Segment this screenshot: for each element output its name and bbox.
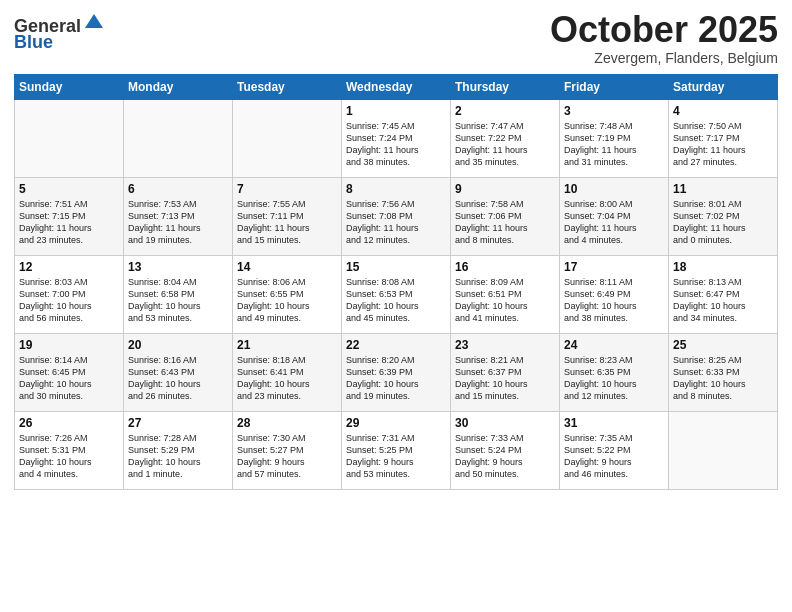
day-info: Sunrise: 8:06 AM Sunset: 6:55 PM Dayligh… [237,276,337,325]
calendar-day: 3Sunrise: 7:48 AM Sunset: 7:19 PM Daylig… [560,99,669,177]
calendar-day: 2Sunrise: 7:47 AM Sunset: 7:22 PM Daylig… [451,99,560,177]
month-title: October 2025 [550,10,778,50]
day-info: Sunrise: 8:03 AM Sunset: 7:00 PM Dayligh… [19,276,119,325]
calendar-day: 13Sunrise: 8:04 AM Sunset: 6:58 PM Dayli… [124,255,233,333]
day-info: Sunrise: 8:11 AM Sunset: 6:49 PM Dayligh… [564,276,664,325]
calendar-day: 26Sunrise: 7:26 AM Sunset: 5:31 PM Dayli… [15,411,124,489]
day-number: 5 [19,182,119,196]
day-info: Sunrise: 8:09 AM Sunset: 6:51 PM Dayligh… [455,276,555,325]
day-info: Sunrise: 8:14 AM Sunset: 6:45 PM Dayligh… [19,354,119,403]
day-info: Sunrise: 7:28 AM Sunset: 5:29 PM Dayligh… [128,432,228,481]
calendar-day: 30Sunrise: 7:33 AM Sunset: 5:24 PM Dayli… [451,411,560,489]
logo: General Blue [14,10,105,53]
day-number: 10 [564,182,664,196]
day-number: 14 [237,260,337,274]
day-info: Sunrise: 8:04 AM Sunset: 6:58 PM Dayligh… [128,276,228,325]
day-number: 1 [346,104,446,118]
calendar-day: 11Sunrise: 8:01 AM Sunset: 7:02 PM Dayli… [669,177,778,255]
calendar-day: 31Sunrise: 7:35 AM Sunset: 5:22 PM Dayli… [560,411,669,489]
day-number: 30 [455,416,555,430]
day-info: Sunrise: 7:47 AM Sunset: 7:22 PM Dayligh… [455,120,555,169]
day-number: 16 [455,260,555,274]
calendar-day: 24Sunrise: 8:23 AM Sunset: 6:35 PM Dayli… [560,333,669,411]
day-number: 11 [673,182,773,196]
day-number: 13 [128,260,228,274]
day-info: Sunrise: 7:51 AM Sunset: 7:15 PM Dayligh… [19,198,119,247]
page: General Blue October 2025 Zevergem, Flan… [0,0,792,612]
day-info: Sunrise: 8:25 AM Sunset: 6:33 PM Dayligh… [673,354,773,403]
day-info: Sunrise: 8:23 AM Sunset: 6:35 PM Dayligh… [564,354,664,403]
day-number: 20 [128,338,228,352]
day-number: 29 [346,416,446,430]
day-info: Sunrise: 8:18 AM Sunset: 6:41 PM Dayligh… [237,354,337,403]
day-info: Sunrise: 7:33 AM Sunset: 5:24 PM Dayligh… [455,432,555,481]
calendar-day: 21Sunrise: 8:18 AM Sunset: 6:41 PM Dayli… [233,333,342,411]
calendar-day: 18Sunrise: 8:13 AM Sunset: 6:47 PM Dayli… [669,255,778,333]
day-info: Sunrise: 7:50 AM Sunset: 7:17 PM Dayligh… [673,120,773,169]
calendar-day: 20Sunrise: 8:16 AM Sunset: 6:43 PM Dayli… [124,333,233,411]
col-friday: Friday [560,74,669,99]
calendar-day: 8Sunrise: 7:56 AM Sunset: 7:08 PM Daylig… [342,177,451,255]
day-info: Sunrise: 7:35 AM Sunset: 5:22 PM Dayligh… [564,432,664,481]
day-number: 21 [237,338,337,352]
calendar-day: 1Sunrise: 7:45 AM Sunset: 7:24 PM Daylig… [342,99,451,177]
day-number: 7 [237,182,337,196]
calendar-day: 14Sunrise: 8:06 AM Sunset: 6:55 PM Dayli… [233,255,342,333]
calendar-day: 19Sunrise: 8:14 AM Sunset: 6:45 PM Dayli… [15,333,124,411]
col-tuesday: Tuesday [233,74,342,99]
col-thursday: Thursday [451,74,560,99]
calendar-day: 4Sunrise: 7:50 AM Sunset: 7:17 PM Daylig… [669,99,778,177]
day-info: Sunrise: 7:56 AM Sunset: 7:08 PM Dayligh… [346,198,446,247]
calendar-week-2: 12Sunrise: 8:03 AM Sunset: 7:00 PM Dayli… [15,255,778,333]
day-number: 23 [455,338,555,352]
logo-blue: Blue [14,32,53,52]
day-info: Sunrise: 8:21 AM Sunset: 6:37 PM Dayligh… [455,354,555,403]
col-wednesday: Wednesday [342,74,451,99]
day-info: Sunrise: 7:30 AM Sunset: 5:27 PM Dayligh… [237,432,337,481]
day-number: 6 [128,182,228,196]
calendar-day: 28Sunrise: 7:30 AM Sunset: 5:27 PM Dayli… [233,411,342,489]
calendar-day: 25Sunrise: 8:25 AM Sunset: 6:33 PM Dayli… [669,333,778,411]
calendar-day: 16Sunrise: 8:09 AM Sunset: 6:51 PM Dayli… [451,255,560,333]
day-info: Sunrise: 8:08 AM Sunset: 6:53 PM Dayligh… [346,276,446,325]
day-info: Sunrise: 7:45 AM Sunset: 7:24 PM Dayligh… [346,120,446,169]
day-number: 19 [19,338,119,352]
col-monday: Monday [124,74,233,99]
day-number: 22 [346,338,446,352]
subtitle: Zevergem, Flanders, Belgium [550,50,778,66]
day-info: Sunrise: 7:53 AM Sunset: 7:13 PM Dayligh… [128,198,228,247]
calendar-day: 29Sunrise: 7:31 AM Sunset: 5:25 PM Dayli… [342,411,451,489]
day-info: Sunrise: 8:00 AM Sunset: 7:04 PM Dayligh… [564,198,664,247]
day-info: Sunrise: 7:48 AM Sunset: 7:19 PM Dayligh… [564,120,664,169]
calendar-day: 5Sunrise: 7:51 AM Sunset: 7:15 PM Daylig… [15,177,124,255]
calendar-week-3: 19Sunrise: 8:14 AM Sunset: 6:45 PM Dayli… [15,333,778,411]
calendar-week-1: 5Sunrise: 7:51 AM Sunset: 7:15 PM Daylig… [15,177,778,255]
title-block: October 2025 Zevergem, Flanders, Belgium [550,10,778,66]
col-sunday: Sunday [15,74,124,99]
calendar-day [15,99,124,177]
day-number: 26 [19,416,119,430]
calendar-day: 22Sunrise: 8:20 AM Sunset: 6:39 PM Dayli… [342,333,451,411]
header: General Blue October 2025 Zevergem, Flan… [14,10,778,66]
calendar-day: 12Sunrise: 8:03 AM Sunset: 7:00 PM Dayli… [15,255,124,333]
day-number: 2 [455,104,555,118]
day-info: Sunrise: 8:01 AM Sunset: 7:02 PM Dayligh… [673,198,773,247]
calendar-day: 27Sunrise: 7:28 AM Sunset: 5:29 PM Dayli… [124,411,233,489]
day-number: 8 [346,182,446,196]
calendar-day: 9Sunrise: 7:58 AM Sunset: 7:06 PM Daylig… [451,177,560,255]
col-saturday: Saturday [669,74,778,99]
calendar-day [669,411,778,489]
day-info: Sunrise: 7:31 AM Sunset: 5:25 PM Dayligh… [346,432,446,481]
day-info: Sunrise: 8:13 AM Sunset: 6:47 PM Dayligh… [673,276,773,325]
calendar-day [233,99,342,177]
day-number: 3 [564,104,664,118]
day-info: Sunrise: 7:58 AM Sunset: 7:06 PM Dayligh… [455,198,555,247]
day-info: Sunrise: 8:16 AM Sunset: 6:43 PM Dayligh… [128,354,228,403]
logo-icon [83,10,105,32]
calendar-day: 23Sunrise: 8:21 AM Sunset: 6:37 PM Dayli… [451,333,560,411]
calendar-day: 15Sunrise: 8:08 AM Sunset: 6:53 PM Dayli… [342,255,451,333]
day-number: 27 [128,416,228,430]
calendar-day: 10Sunrise: 8:00 AM Sunset: 7:04 PM Dayli… [560,177,669,255]
day-info: Sunrise: 7:55 AM Sunset: 7:11 PM Dayligh… [237,198,337,247]
day-number: 15 [346,260,446,274]
